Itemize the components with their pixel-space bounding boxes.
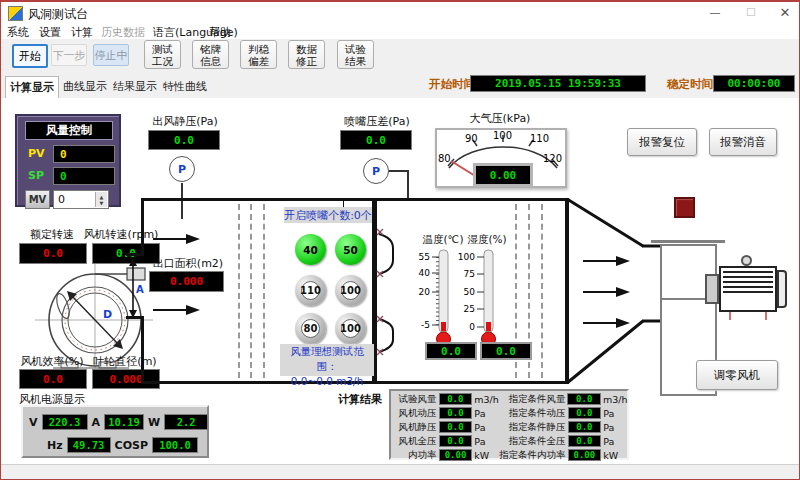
svg-text:0: 0 [469,322,475,332]
spin-down-icon[interactable]: ▼ [100,200,104,206]
tunnel-wall [565,198,569,384]
mv-button[interactable]: MV [25,190,50,209]
results-table: 试验风量0.0m3/h 指定条件风量0.0m3/h 风机动压0.0Pa 指定条件… [389,389,629,460]
nozzle-count-header: 开启喷嘴个数:0个 [284,207,372,223]
alarm-reset-button[interactable]: 报警复位 [627,128,697,156]
svg-text:80: 80 [438,153,451,164]
svg-text:75: 75 [464,269,475,279]
tunnel-wall [141,316,144,384]
stop-button[interactable]: 停止中 [93,44,129,66]
result-row: 内功率0.00kW 指定条件内功率0.00kW [391,448,627,462]
app-icon [8,6,23,21]
flow-arrow [153,309,197,311]
app-window: 风洞测试台 — ☐ ✕ 系统 设置 计算 历史数据 语言(Language) 帮… [0,0,800,480]
tab-characteristic-curve[interactable]: 特性曲线 [161,76,209,97]
status-bar [1,464,799,480]
zero-fan-button[interactable]: 调零风机 [696,360,778,390]
menu-item-settings[interactable]: 设置 [39,25,61,40]
humidity-value: 0.0 [480,342,532,360]
start-time-value: 2019.05.15 19:59:33 [470,75,646,92]
svg-text:90: 90 [465,133,478,144]
svg-text:100: 100 [458,252,475,262]
start-button[interactable]: 开始 [12,44,48,68]
impeller-diameter-value: 0.000 [92,369,160,389]
nozzle-diff-label: 喷嘴压差(Pa) [339,114,415,129]
svg-text:100: 100 [493,130,512,141]
current-value: 10.19 [104,414,144,430]
tab-result-display[interactable]: 结果显示 [111,76,159,97]
toolbar: 开始 下一步 停止中 测试工况 铭牌信息 判稳偏差 数据修正 试验结果 [1,39,799,71]
flow-range-note: 风量理想测试范围： 0.0~0.0 m3/h [280,344,374,376]
svg-text:110: 110 [530,133,549,144]
inlet-height-mark: A [136,284,144,295]
svg-text:20: 20 [419,287,431,297]
fan-efficiency-label: 风机效率(%) [17,354,87,369]
screen-dashed-line [263,204,265,378]
sensor-line [407,170,409,200]
nozzle-diff-value: 0.0 [340,130,412,150]
next-step-button[interactable]: 下一步 [51,44,87,66]
flow-arrow [583,291,627,293]
tab-calc-display[interactable]: 计算显示 [5,76,59,98]
menu-item-system[interactable]: 系统 [7,25,29,40]
tab-curve-display[interactable]: 曲线显示 [61,76,109,97]
cosp-value: 100.0 [152,437,198,453]
mv-input[interactable]: 0 ▲ ▼ [53,190,109,209]
close-button[interactable]: ✕ [771,4,799,22]
motor-lift-eye [741,255,752,266]
nozzle-button-0[interactable]: 40 [295,234,326,265]
watt-label: W [148,416,160,429]
maximize-button[interactable]: ☐ [737,4,765,22]
outlet-pressure-sensor-icon: P [169,156,195,182]
svg-text:25: 25 [464,304,475,314]
alarm-mute-button[interactable]: 报警消音 [709,128,777,156]
temperature-value: 0.0 [425,342,477,360]
hz-value: 49.73 [67,437,111,453]
tool-data-correction[interactable]: 数据修正 [288,40,325,69]
result-row: 风机全压0.0Pa 指定条件全压0.0Pa [391,434,627,448]
menu-item-help[interactable]: 帮助 [209,25,231,40]
nozzle-button-4[interactable]: 80 [295,313,326,344]
rated-speed-label: 额定转速 [23,227,81,242]
tool-test-condition[interactable]: 测试工况 [144,40,181,69]
watt-value: 2.2 [164,414,208,430]
barometric-value: 0.00 [473,163,533,187]
fan-speed-label: 风机转速(rpm) [81,227,161,242]
nozzle-button-2[interactable]: 110 [295,275,326,306]
result-row: 风机动压0.0Pa 指定条件动压0.0Pa [391,406,627,420]
window-titlebar: 风洞测试台 — ☐ ✕ [1,2,799,24]
svg-text:50: 50 [464,287,476,297]
outlet-static-value: 0.0 [148,130,220,150]
humidity-label: 湿度(%) [463,233,511,247]
tunnel-wall [141,198,144,254]
flow-control-panel: 风量控制 PV 0 SP 0 MV 0 ▲ ▼ [15,114,121,207]
tab-bar: 计算显示 曲线显示 结果显示 特性曲线 开始时间: 2019.05.15 19:… [1,70,799,98]
motor-drawing [719,266,777,312]
tool-stability-deviation[interactable]: 判稳偏差 [240,40,277,69]
tool-nameplate-info[interactable]: 铭牌信息 [192,40,229,69]
outlet-static-label: 出风静压(Pa) [147,114,223,129]
menu-bar: 系统 设置 计算 历史数据 语言(Language) 帮助 [1,24,799,40]
tunnel-inlet-stub [126,316,144,319]
minimize-button[interactable]: — [701,4,729,22]
flow-arrow [583,260,627,262]
motor-fins [723,271,773,296]
flow-control-title: 风量控制 [25,121,113,140]
motor-base-mark [729,312,731,320]
mv-spinner[interactable]: ▲ ▼ [95,192,107,207]
motor-coupling [705,274,719,304]
nozzle-button-1[interactable]: 50 [335,234,366,265]
power-display-panel: V 220.3 A 10.19 W 2.2 Hz 49.73 COSP 100.… [21,405,209,458]
menu-item-calc[interactable]: 计算 [71,25,93,40]
screen-dashed-line [250,204,252,378]
sp-label: SP [28,169,44,182]
main-area: 风量控制 PV 0 SP 0 MV 0 ▲ ▼ 出风静压(Pa) 0.0 P 喷… [1,98,799,464]
nozzle-button-3[interactable]: 100 [335,275,366,306]
hz-label: Hz [47,439,63,452]
nozzle-button-5[interactable]: 100 [335,313,366,344]
motor-base-mark [765,312,767,320]
tool-test-results[interactable]: 试验结果 [337,40,374,69]
outlet-area-label: 出口面积(m2) [149,256,227,271]
flow-arrow [153,238,197,240]
menu-item-history[interactable]: 历史数据 [101,25,145,40]
